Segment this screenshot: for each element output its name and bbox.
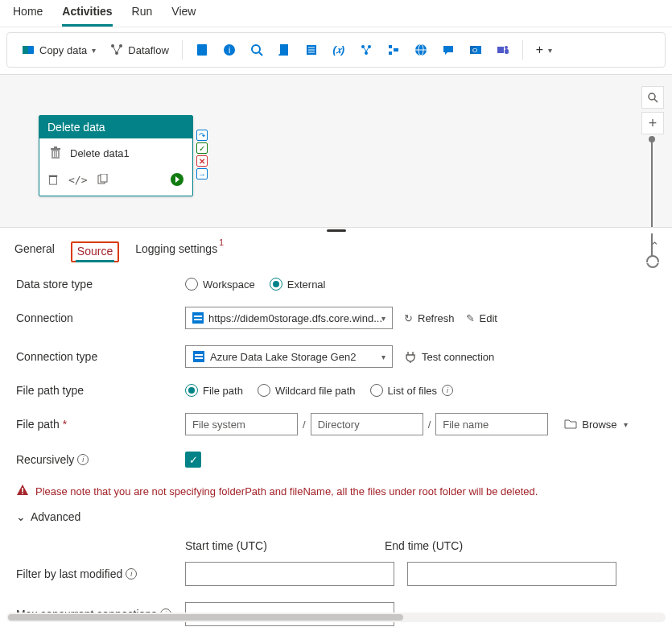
radio-external-label: External	[287, 278, 326, 291]
warning-icon	[16, 484, 29, 499]
svg-text:i: i	[229, 46, 230, 55]
pipeline-canvas[interactable]: Delete data Delete data1 </> ↷ ✓ ✕ → +	[0, 74, 672, 227]
refresh-icon: ↻	[404, 312, 413, 324]
plus-icon: +	[536, 43, 543, 57]
radio-external[interactable]: External	[270, 278, 326, 291]
nav-tab-view[interactable]: View	[171, 5, 196, 27]
outlook-button[interactable]: O	[464, 40, 487, 60]
properties-panel-tabs: General Source Logging settings 1 ⌃	[0, 233, 672, 263]
trash-icon	[49, 146, 62, 159]
svg-point-41	[649, 93, 655, 100]
radio-file-path-label: File path	[203, 385, 243, 397]
horizontal-scrollbar[interactable]	[6, 613, 666, 622]
code-icon[interactable]: </>	[68, 174, 87, 188]
connector-skip-icon[interactable]: ↷	[196, 130, 208, 141]
edit-label: Edit	[480, 312, 497, 324]
delete-activity-icon[interactable]	[47, 174, 59, 188]
radio-workspace-label: Workspace	[203, 278, 255, 291]
notebook-button[interactable]	[191, 40, 213, 60]
connector-success-icon[interactable]: ✓	[196, 142, 208, 154]
info-icon[interactable]: i	[442, 385, 453, 396]
recursively-label: Recursivelyi	[16, 453, 185, 466]
web-button[interactable]	[410, 40, 432, 60]
connection-label: Connection	[16, 311, 185, 324]
panel-splitter[interactable]	[0, 227, 672, 233]
run-icon[interactable]	[170, 172, 184, 189]
radio-list-files[interactable]: List of filesi	[370, 384, 453, 397]
globe-icon	[414, 43, 427, 56]
panel-collapse-button[interactable]: ⌃	[650, 240, 659, 252]
radio-wildcard[interactable]: Wildcard file path	[258, 384, 356, 397]
add-activity-button[interactable]: +▾	[531, 39, 557, 60]
chevron-down-icon: ▾	[381, 353, 385, 361]
svg-rect-32	[54, 146, 57, 148]
svg-text:O: O	[472, 47, 477, 54]
svg-rect-29	[505, 49, 509, 54]
canvas-search-button[interactable]	[641, 86, 664, 109]
svg-rect-19	[389, 52, 392, 55]
refresh-button[interactable]: ↻Refresh	[404, 312, 455, 324]
end-time-label: End time (UTC)	[385, 539, 463, 552]
radio-workspace[interactable]: Workspace	[185, 278, 255, 291]
canvas-add-button[interactable]: +	[641, 112, 664, 134]
canvas-tools: +	[641, 86, 664, 134]
browse-button[interactable]: Browse	[564, 418, 616, 431]
refresh-label: Refresh	[418, 312, 455, 324]
activity-header: Delete data	[39, 116, 192, 138]
activities-toolbar: Copy data ▾ Dataflow i (𝑥) O +▾	[6, 32, 666, 68]
info-button[interactable]: i	[218, 40, 241, 60]
directory-input[interactable]: Directory	[311, 413, 423, 435]
svg-rect-37	[49, 175, 58, 177]
start-time-input[interactable]	[185, 562, 394, 586]
recursively-checkbox[interactable]: ✓	[185, 452, 201, 468]
chat-icon	[442, 43, 455, 56]
advanced-toggle[interactable]: ⌄ Advanced	[16, 510, 656, 523]
tab-logging-settings[interactable]: Logging settings 1	[135, 242, 217, 262]
chevron-down-icon[interactable]: ▾	[624, 420, 628, 429]
list-icon	[305, 43, 318, 56]
nav-tab-home[interactable]: Home	[13, 5, 43, 27]
svg-rect-39	[101, 174, 107, 182]
activity-name: Delete data1	[70, 147, 130, 159]
file-system-input[interactable]: File system	[185, 413, 298, 435]
variable-button[interactable]: (𝑥)	[328, 40, 350, 60]
lookup-button[interactable]	[245, 40, 268, 60]
svg-rect-49	[22, 488, 23, 492]
connection-dropdown[interactable]: https://didem0storage.dfs.core.wind... ▾	[185, 307, 393, 329]
svg-rect-5	[197, 44, 207, 56]
connector-fail-icon[interactable]: ✕	[196, 155, 208, 167]
nav-tab-activities[interactable]: Activities	[62, 5, 112, 27]
radio-file-path[interactable]: File path	[185, 384, 243, 397]
copy-data-button[interactable]: Copy data ▾	[17, 40, 101, 60]
activity-node-delete-data[interactable]: Delete data Delete data1 </>	[39, 115, 193, 196]
connection-type-value: Azure Data Lake Storage Gen2	[210, 351, 356, 363]
connector-completion-icon[interactable]: →	[196, 168, 208, 179]
teams-button[interactable]	[492, 40, 514, 60]
notebook-icon	[196, 43, 208, 56]
advanced-label: Advanced	[31, 510, 80, 523]
file-name-input[interactable]: File name	[435, 413, 548, 435]
svg-rect-20	[394, 48, 398, 52]
script-button[interactable]	[273, 40, 295, 60]
info-icon[interactable]: i	[77, 454, 89, 465]
append-button[interactable]	[382, 40, 405, 60]
end-time-input[interactable]	[407, 562, 616, 586]
switch-button[interactable]	[355, 40, 377, 60]
copy-data-label: Copy data	[39, 44, 87, 56]
sproc-button[interactable]	[300, 40, 323, 60]
tab-source[interactable]: Source	[71, 241, 119, 262]
dataflow-button[interactable]: Dataflow	[105, 40, 174, 60]
nav-tab-run[interactable]: Run	[132, 5, 153, 27]
edit-button[interactable]: ✎Edit	[466, 312, 497, 324]
info-icon: i	[223, 43, 236, 56]
info-icon[interactable]: i	[126, 568, 137, 580]
svg-rect-31	[51, 148, 60, 150]
copy-icon[interactable]	[97, 174, 108, 188]
svg-rect-10	[280, 44, 288, 56]
connection-type-dropdown[interactable]: Azure Data Lake Storage Gen2 ▾	[185, 345, 393, 368]
tab-general[interactable]: General	[14, 242, 55, 262]
test-connection-button[interactable]: Test connection	[404, 350, 494, 363]
append-icon	[387, 43, 400, 56]
teams-channel-button[interactable]	[437, 40, 460, 60]
copy-data-icon	[22, 43, 35, 56]
